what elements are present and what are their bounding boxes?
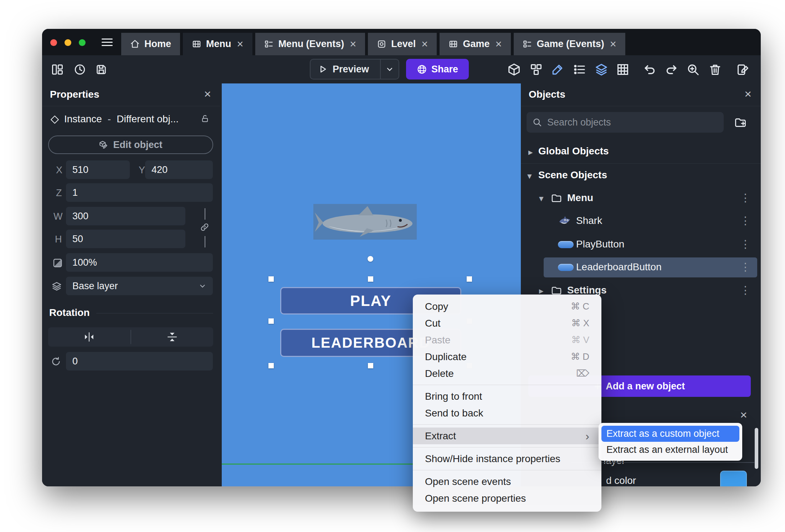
- cube-3d-icon[interactable]: [507, 62, 521, 77]
- layer-select[interactable]: Base layer: [66, 277, 213, 295]
- flip-vertical-button[interactable]: [131, 327, 214, 347]
- undo-icon[interactable]: [643, 62, 657, 77]
- preview-button[interactable]: Preview: [310, 59, 399, 80]
- section-scene-objects[interactable]: Scene Objects: [538, 169, 607, 181]
- kebab-menu-icon[interactable]: ⋮: [740, 238, 751, 250]
- zoom-icon[interactable]: [686, 62, 700, 77]
- chevron-down-icon: [199, 282, 206, 290]
- tab-menu-events[interactable]: Menu (Events) ×: [255, 33, 365, 55]
- opacity-field[interactable]: 100%: [66, 253, 213, 272]
- play-button-label: PLAY: [350, 292, 391, 310]
- folder-row-menu[interactable]: Menu: [567, 192, 593, 204]
- kebab-menu-icon[interactable]: ⋮: [740, 192, 751, 204]
- close-icon[interactable]: ×: [744, 88, 751, 100]
- chevron-down-icon[interactable]: [381, 65, 399, 73]
- z-field[interactable]: 1: [66, 183, 213, 202]
- rotation-handle[interactable]: [368, 256, 373, 262]
- selection-handle[interactable]: [467, 276, 472, 282]
- x-field[interactable]: 510: [66, 160, 130, 179]
- folder-caret-icon[interactable]: ▾: [539, 193, 544, 204]
- kebab-menu-icon[interactable]: ⋮: [740, 215, 751, 226]
- share-label: Share: [431, 64, 458, 75]
- objects-group-icon[interactable]: [529, 62, 543, 77]
- menu-item-duplicate[interactable]: Duplicate ⌘ D: [413, 348, 601, 365]
- menu-item-open-scene-events[interactable]: Open scene events: [413, 473, 601, 490]
- share-button[interactable]: Share: [406, 59, 469, 80]
- menu-item-show-hide-instance-properties[interactable]: Show/Hide instance properties: [413, 450, 601, 467]
- menu-item-delete[interactable]: Delete ⌦: [413, 365, 601, 382]
- divider: [413, 424, 601, 425]
- redo-icon[interactable]: [664, 62, 678, 77]
- edit-scene-properties-icon[interactable]: [736, 62, 750, 77]
- y-field[interactable]: 420: [145, 160, 213, 179]
- menu-item-extract-as-external-layout[interactable]: Extract as an external layout: [601, 442, 739, 458]
- search-input[interactable]: [527, 112, 724, 133]
- menu-item-send-to-back[interactable]: Send to back: [413, 405, 601, 421]
- edit-object-button[interactable]: Edit object: [48, 135, 213, 154]
- trash-icon[interactable]: [708, 62, 722, 77]
- version-history-icon[interactable]: [73, 62, 87, 77]
- object-row-leaderboardbutton[interactable]: LeaderboardButton: [576, 261, 662, 273]
- instances-list-icon[interactable]: [572, 62, 586, 77]
- tab-close-icon[interactable]: ×: [495, 38, 502, 51]
- object-row-playbutton[interactable]: PlayButton: [576, 239, 624, 250]
- menu-item-extract[interactable]: Extract ›: [413, 428, 601, 444]
- global-objects-caret-icon[interactable]: ▸: [528, 147, 533, 157]
- maximize-window-button[interactable]: [79, 39, 86, 46]
- tab-game[interactable]: Game ×: [440, 33, 510, 55]
- add-folder-icon[interactable]: [734, 116, 747, 129]
- menu-item-open-scene-properties[interactable]: Open scene properties: [413, 490, 601, 507]
- w-field[interactable]: 300: [66, 207, 185, 225]
- background-color-swatch[interactable]: [720, 471, 747, 486]
- tab-home[interactable]: Home: [121, 33, 180, 55]
- menu-item-shortcut: ⌘ V: [571, 334, 589, 346]
- hamburger-menu-icon[interactable]: [102, 39, 113, 46]
- events-sheet-icon: [523, 39, 532, 49]
- edit-object-label: Edit object: [113, 139, 162, 150]
- tab-close-icon[interactable]: ×: [421, 38, 428, 51]
- tab-menu[interactable]: Menu ×: [183, 33, 252, 55]
- menu-item-bring-to-front[interactable]: Bring to front: [413, 388, 601, 405]
- link-w-h-icon[interactable]: [200, 222, 210, 232]
- selection-handle[interactable]: [368, 363, 373, 368]
- close-icon[interactable]: ×: [740, 409, 747, 421]
- grid-icon[interactable]: [616, 62, 630, 77]
- scrollbar-thumb[interactable]: [755, 428, 758, 469]
- flip-horizontal-button[interactable]: [48, 327, 130, 347]
- menu-item-extract-as-custom-object[interactable]: Extract as a custom object: [601, 426, 739, 442]
- opacity-icon: [52, 257, 63, 268]
- object-row-shark[interactable]: Shark: [576, 215, 602, 226]
- h-label: H: [55, 234, 62, 245]
- menu-item-cut[interactable]: Cut ⌘ X: [413, 315, 601, 332]
- section-global-objects[interactable]: Global Objects: [538, 145, 609, 157]
- instance-separator: -: [108, 113, 111, 125]
- tab-close-icon[interactable]: ×: [350, 38, 356, 51]
- tab-game-events[interactable]: Game (Events) ×: [514, 33, 625, 55]
- tab-close-icon[interactable]: ×: [610, 38, 616, 51]
- tab-level[interactable]: Level ×: [368, 33, 437, 55]
- edit-pen-icon[interactable]: [550, 62, 565, 77]
- selection-handle[interactable]: [268, 363, 274, 368]
- lock-icon[interactable]: [200, 114, 210, 123]
- rotation-angle-field[interactable]: 0: [66, 352, 213, 370]
- selection-handle[interactable]: [268, 318, 274, 324]
- layers-icon[interactable]: [594, 62, 609, 77]
- menu-item-label: Open scene properties: [425, 493, 526, 504]
- selection-handle[interactable]: [368, 276, 373, 282]
- x-label: X: [56, 165, 62, 176]
- minimize-window-button[interactable]: [65, 39, 71, 46]
- selection-handle[interactable]: [268, 276, 274, 282]
- context-menu: Copy ⌘ C Cut ⌘ X Paste ⌘ V Duplicate ⌘ D…: [413, 295, 601, 512]
- kebab-menu-icon[interactable]: ⋮: [740, 284, 751, 296]
- scene-objects-caret-icon[interactable]: ▾: [527, 171, 532, 181]
- project-manager-icon[interactable]: [50, 62, 65, 77]
- folder-icon: [551, 193, 562, 204]
- h-field[interactable]: 50: [66, 230, 185, 248]
- menu-item-copy[interactable]: Copy ⌘ C: [413, 298, 601, 315]
- close-window-button[interactable]: [50, 39, 57, 46]
- shark-sprite[interactable]: [313, 204, 417, 240]
- save-icon[interactable]: [94, 62, 108, 77]
- tab-close-icon[interactable]: ×: [237, 38, 243, 51]
- kebab-menu-icon[interactable]: ⋮: [740, 261, 751, 273]
- close-icon[interactable]: ×: [204, 88, 211, 100]
